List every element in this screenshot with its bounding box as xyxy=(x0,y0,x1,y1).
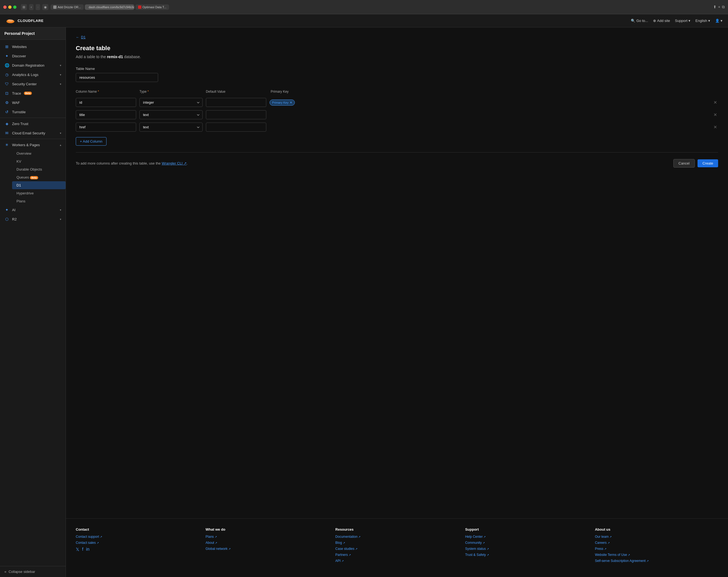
collapse-sidebar-btn[interactable]: « Collapse sidebar xyxy=(0,566,66,577)
footer-link-careers[interactable]: Careers ↗ xyxy=(595,541,718,545)
col-remove-btn-3[interactable]: ✕ xyxy=(710,123,718,131)
col-name-input-3[interactable] xyxy=(76,122,136,132)
grid-icon: ⊞ xyxy=(4,45,9,49)
table-name-input[interactable] xyxy=(76,73,158,82)
email-chevron-icon: ▾ xyxy=(60,132,61,135)
browser-tab-2[interactable]: dash.cloudflare.com/bc9d7c94b3db9649e3ae… xyxy=(85,4,134,10)
footer-resources-title: Resources xyxy=(335,527,459,531)
pk-remove-btn-1[interactable]: ✕ xyxy=(290,101,292,105)
plus-icon: ⊕ xyxy=(653,19,656,23)
col-remove-btn-1[interactable]: ✕ xyxy=(710,99,718,106)
linkedin-icon[interactable]: in xyxy=(86,547,89,552)
footer-link-plans[interactable]: Plans ↗ xyxy=(206,535,329,539)
col-remove-btn-2[interactable]: ✕ xyxy=(710,111,718,118)
sidebar-item-turnstile[interactable]: ↺ Turnstile xyxy=(0,107,66,116)
footer-link-community[interactable]: Community ↗ xyxy=(465,541,588,545)
col-name-input-2[interactable] xyxy=(76,110,136,119)
browser-tab-3[interactable]: Optimasi Data T... xyxy=(135,4,169,10)
footer-link-api[interactable]: API ↗ xyxy=(335,559,459,563)
cloudflare-logo[interactable]: CLOUDFLARE xyxy=(5,18,44,24)
sidebar-item-security[interactable]: 🛡 Security Center ▾ xyxy=(0,79,66,89)
sidebar-item-r2[interactable]: ⬡ R2 ▾ xyxy=(0,215,66,224)
language-action[interactable]: English ▾ xyxy=(695,19,710,23)
footer-link-press[interactable]: Press ↗ xyxy=(595,547,718,551)
sidebar-item-waf[interactable]: ⚙ WAF xyxy=(0,98,66,107)
sidebar-item-zerotrust[interactable]: ◈ Zero Trust xyxy=(0,119,66,128)
col-pk-cell-1: Primary Key ✕ xyxy=(269,100,707,106)
facebook-icon[interactable]: f xyxy=(82,547,83,552)
col-type-select-2[interactable]: integer text blob real numeric xyxy=(139,110,203,119)
tab-layout-btn[interactable]: ⊞ xyxy=(21,4,27,10)
sidebar-item-plans[interactable]: Plans xyxy=(12,197,66,205)
sidebar-item-websites-label: Websites xyxy=(12,45,27,49)
col-default-input-3[interactable] xyxy=(206,122,266,132)
add-column-btn[interactable]: + Add Column xyxy=(76,137,106,146)
footer-link-our-team[interactable]: Our team ↗ xyxy=(595,535,718,539)
create-button[interactable]: Create xyxy=(698,159,718,167)
trace-icon: ⊡ xyxy=(4,91,9,95)
sidebar-item-trace[interactable]: ⊡ Trace Beta xyxy=(0,89,66,98)
sidebar-item-workers[interactable]: ✳ Workers & Pages ▴ xyxy=(0,140,66,149)
footer-link-blog[interactable]: Blog ↗ xyxy=(335,541,459,545)
footer-link-help-center[interactable]: Help Center ↗ xyxy=(465,535,588,539)
share-icon[interactable]: ⬆ xyxy=(713,5,717,9)
sidebar-item-email[interactable]: ✉ Cloud Email Security ▾ xyxy=(0,128,66,138)
page-title: Create table xyxy=(76,45,718,52)
twitter-icon[interactable]: 𝕏 xyxy=(76,547,79,552)
col-name-input-1[interactable] xyxy=(76,98,136,107)
sidebar-item-d1[interactable]: D1 xyxy=(12,181,66,189)
col-type-select-3[interactable]: integer text blob real numeric xyxy=(139,122,203,132)
breadcrumb-d1-link[interactable]: D1 xyxy=(81,35,86,39)
footer-grid: Contact Contact support ↗ Contact sales … xyxy=(76,527,718,565)
sidebar-item-domain[interactable]: 🌐 Domain Registration ▾ xyxy=(0,61,66,70)
sidebar-item-durable-objects[interactable]: Durable Objects xyxy=(12,165,66,173)
sidebar-item-hyperdrive[interactable]: Hyperdrive xyxy=(12,189,66,197)
forward-btn[interactable]: › xyxy=(36,4,40,10)
sidebar-item-discover[interactable]: ✦ Discover xyxy=(0,51,66,61)
breadcrumb: ← D1 xyxy=(76,35,718,39)
sidebar-item-queues[interactable]: Queues Beta xyxy=(12,173,66,181)
footer-link-subscription[interactable]: Self-serve Subscription Agreement ↗ xyxy=(595,559,718,563)
footer-link-system-status[interactable]: System status ↗ xyxy=(465,547,588,551)
minimize-button[interactable] xyxy=(8,5,11,9)
footer-link-trust-safety[interactable]: Trust & Safety ↗ xyxy=(465,553,588,557)
cancel-button[interactable]: Cancel xyxy=(673,159,695,168)
tabs-icon[interactable]: ⧉ xyxy=(722,5,725,9)
sidebar-item-websites[interactable]: ⊞ Websites xyxy=(0,42,66,51)
network-btn[interactable]: ◉ xyxy=(42,4,48,10)
sidebar-item-analytics[interactable]: ◷ Analytics & Logs ▾ xyxy=(0,70,66,79)
footer-note-prefix: To add more columns after creating this … xyxy=(76,161,162,165)
sidebar-item-overview[interactable]: Overview xyxy=(12,149,66,158)
footer-link-case-studies[interactable]: Case studies ↗ xyxy=(335,547,459,551)
ext-icon: ↗ xyxy=(607,541,610,544)
back-btn[interactable]: ‹ xyxy=(29,4,33,10)
footer-link-global-network[interactable]: Global network ↗ xyxy=(206,547,329,551)
footer-link-contact-support[interactable]: Contact support ↗ xyxy=(76,535,199,539)
ext-icon: ↗ xyxy=(215,535,217,538)
browser-tab-1[interactable]: Add Drizzle OR... xyxy=(51,4,84,10)
footer-link-contact-sales[interactable]: Contact sales ↗ xyxy=(76,541,199,545)
sidebar-item-ai[interactable]: ✦ AI ▾ xyxy=(0,205,66,215)
language-label: English xyxy=(695,19,707,23)
ext-icon: ↗ xyxy=(343,541,345,544)
search-icon: 🔍 xyxy=(631,19,635,23)
col-type-select-1[interactable]: integer text blob real numeric xyxy=(139,98,203,107)
footer-link-terms[interactable]: Website Terms of Use ↗ xyxy=(595,553,718,557)
email-icon: ✉ xyxy=(4,131,9,135)
add-site-action[interactable]: ⊕ Add site xyxy=(653,19,670,23)
new-tab-icon[interactable]: + xyxy=(718,5,720,9)
support-action[interactable]: Support ▾ xyxy=(675,19,691,23)
close-button[interactable] xyxy=(3,5,7,9)
footer-link-partners[interactable]: Partners ↗ xyxy=(335,553,459,557)
footer-link-documentation[interactable]: Documentation ↗ xyxy=(335,535,459,539)
goto-action[interactable]: 🔍 Go to... xyxy=(631,19,648,23)
analytics-chevron-icon: ▾ xyxy=(60,73,61,76)
wrangler-cli-link[interactable]: Wrangler CLI ↗ xyxy=(162,161,187,165)
user-action[interactable]: 👤 ▾ xyxy=(715,19,723,23)
col-default-input-2[interactable] xyxy=(206,110,266,119)
maximize-button[interactable] xyxy=(13,5,17,9)
col-pk-header: Primary Key xyxy=(269,90,718,93)
footer-link-about[interactable]: About ↗ xyxy=(206,541,329,545)
col-default-input-1[interactable] xyxy=(206,98,266,107)
sidebar-item-kv[interactable]: KV xyxy=(12,158,66,165)
